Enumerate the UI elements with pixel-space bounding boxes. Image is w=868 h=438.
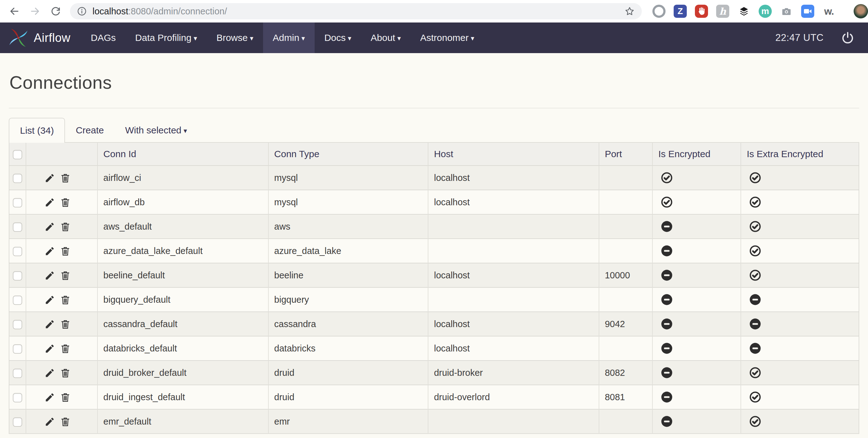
conn-id-cell-text: beeline_default <box>103 270 165 280</box>
site-info-icon[interactable] <box>77 6 87 16</box>
navbar-item-docs[interactable]: Docs▾ <box>315 23 361 53</box>
m-circle-extension-icon[interactable]: m <box>758 5 772 18</box>
navbar-item-data-profiling[interactable]: Data Profiling▾ <box>126 23 207 53</box>
delete-trash-icon[interactable] <box>60 368 71 378</box>
row-checkbox[interactable] <box>13 271 22 281</box>
port-cell <box>599 165 652 190</box>
port-cell: 8081 <box>599 385 652 409</box>
edit-pencil-icon[interactable] <box>44 343 55 354</box>
table-row: bigquery_defaultbigquery <box>9 287 859 312</box>
extension-icons: Zhmw. <box>652 5 836 18</box>
navbar-item-browse[interactable]: Browse▾ <box>207 23 263 53</box>
row-checkbox[interactable] <box>13 369 22 378</box>
row-actions-cell <box>26 239 97 263</box>
row-checkbox-cell <box>9 214 26 239</box>
conn-id-cell: druid_ingest_default <box>97 385 269 409</box>
edit-pencil-icon[interactable] <box>44 197 55 208</box>
row-checkbox[interactable] <box>13 295 22 305</box>
stop-hand-extension-icon[interactable] <box>695 5 708 18</box>
workona-extension-icon[interactable]: w. <box>823 5 836 18</box>
delete-trash-icon[interactable] <box>60 221 71 232</box>
power-icon[interactable] <box>841 31 854 44</box>
delete-trash-icon[interactable] <box>60 197 71 208</box>
column-header: Is Extra Encrypted <box>741 143 859 165</box>
conn-id-cell-text: druid_broker_default <box>103 368 187 378</box>
delete-trash-icon[interactable] <box>60 294 71 305</box>
tab-create[interactable]: Create <box>65 118 114 143</box>
navbar-item-dags[interactable]: DAGs <box>81 23 126 53</box>
reload-icon[interactable] <box>50 5 62 18</box>
edit-pencil-icon[interactable] <box>44 319 55 330</box>
conn-type-cell: bigquery <box>269 287 428 312</box>
delete-trash-icon[interactable] <box>60 173 71 183</box>
row-checkbox[interactable] <box>13 417 22 427</box>
layers-extension-icon[interactable] <box>737 5 750 18</box>
delete-trash-icon[interactable] <box>60 343 71 354</box>
profile-avatar[interactable] <box>854 4 868 19</box>
navbar-item-about[interactable]: About▾ <box>361 23 410 53</box>
conn-id-cell-text: databricks_default <box>103 343 177 353</box>
camera-extension-icon[interactable] <box>780 5 793 18</box>
column-header-label: Conn Type <box>274 149 320 159</box>
row-checkbox[interactable] <box>13 222 22 232</box>
edit-pencil-icon[interactable] <box>44 246 55 256</box>
honey-h-extension-icon[interactable]: h <box>716 5 729 18</box>
select-all-checkbox[interactable] <box>13 150 22 159</box>
edit-pencil-icon[interactable] <box>44 294 55 305</box>
row-actions-cell <box>26 287 97 312</box>
navbar-item-astronomer[interactable]: Astronomer▾ <box>410 23 484 53</box>
port-cell <box>599 214 652 239</box>
delete-trash-icon[interactable] <box>60 246 71 256</box>
port-cell: 8082 <box>599 361 652 385</box>
minus-circle-icon <box>749 342 761 354</box>
row-checkbox[interactable] <box>13 198 22 208</box>
edit-pencil-icon[interactable] <box>44 416 55 427</box>
delete-trash-icon[interactable] <box>60 270 71 281</box>
host-cell <box>428 239 599 263</box>
edit-pencil-icon[interactable] <box>44 368 55 378</box>
edit-pencil-icon[interactable] <box>44 392 55 403</box>
bookmark-star-icon[interactable] <box>624 6 635 17</box>
address-bar[interactable]: localhost:8080/admin/connection/ <box>70 3 642 19</box>
conn-id-cell-text: emr_default <box>103 416 151 427</box>
airflow-navbar: Airflow DAGsData Profiling▾Browse▾Admin▾… <box>0 23 868 53</box>
check-circle-icon <box>749 172 761 184</box>
row-checkbox-cell <box>9 336 26 361</box>
airflow-brand[interactable]: Airflow <box>8 28 71 48</box>
conn-type-cell-text: databricks <box>274 343 316 353</box>
forward-icon[interactable] <box>29 5 41 18</box>
conn-id-cell: airflow_ci <box>97 165 269 190</box>
row-checkbox[interactable] <box>13 344 22 354</box>
tab-list-34[interactable]: List (34) <box>9 118 65 143</box>
zotero-z-extension-icon[interactable]: Z <box>674 5 687 18</box>
row-checkbox-cell <box>9 361 26 385</box>
chevron-down-icon: ▾ <box>398 34 401 42</box>
table-row: airflow_cimysqllocalhost <box>9 165 859 190</box>
delete-trash-icon[interactable] <box>60 392 71 403</box>
conn-id-cell: airflow_db <box>97 190 269 214</box>
table-row: aws_defaultaws <box>9 214 859 239</box>
tab-with-selected[interactable]: With selected▾ <box>114 118 197 143</box>
chevron-down-icon: ▾ <box>194 34 197 42</box>
navbar-item-admin[interactable]: Admin▾ <box>263 23 315 53</box>
navbar-item-label: DAGs <box>91 32 116 43</box>
is-encrypted-cell <box>652 336 741 361</box>
row-checkbox[interactable] <box>13 320 22 329</box>
header-actions-cell <box>26 143 97 165</box>
conn-id-cell: azure_data_lake_default <box>97 239 269 263</box>
ring-extension-icon[interactable] <box>652 5 665 18</box>
delete-trash-icon[interactable] <box>60 416 71 427</box>
table-row: emr_defaultemr <box>9 409 859 434</box>
row-checkbox[interactable] <box>13 174 22 183</box>
back-icon[interactable] <box>8 5 21 18</box>
delete-trash-icon[interactable] <box>60 319 71 330</box>
edit-pencil-icon[interactable] <box>44 173 55 183</box>
row-checkbox[interactable] <box>13 393 22 402</box>
minus-circle-icon <box>661 221 673 232</box>
row-actions-cell <box>26 165 97 190</box>
row-checkbox[interactable] <box>13 247 22 256</box>
edit-pencil-icon[interactable] <box>44 221 55 232</box>
edit-pencil-icon[interactable] <box>44 270 55 281</box>
video-call-extension-icon[interactable] <box>801 5 814 18</box>
tab-label: List (34) <box>20 125 54 136</box>
